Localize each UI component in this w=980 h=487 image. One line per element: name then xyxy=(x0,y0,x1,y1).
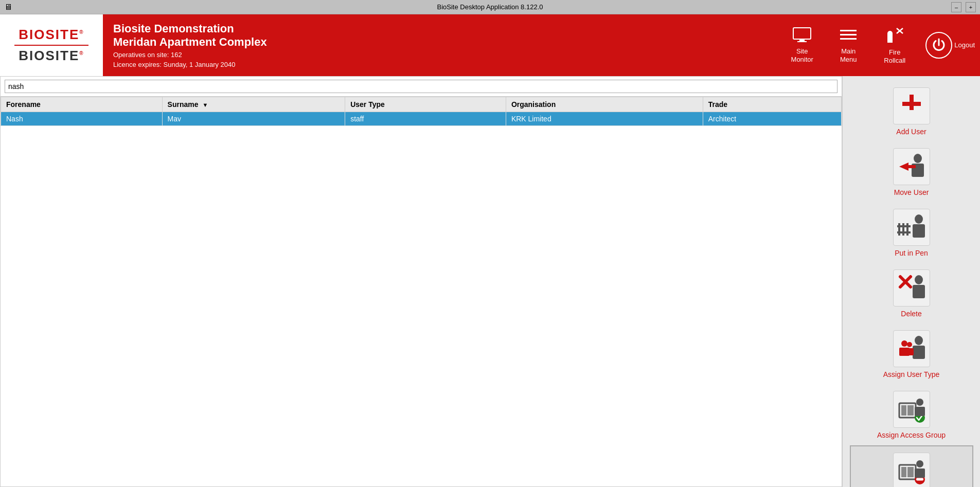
svg-point-37 xyxy=(916,399,923,406)
cell-usertype: staff xyxy=(345,112,506,126)
right-sidebar: Add User Move User xyxy=(842,76,980,487)
logo-bottom: BIOSITE® xyxy=(19,48,84,64)
svg-point-31 xyxy=(907,342,912,347)
logout-button[interactable] xyxy=(925,32,952,59)
table-row[interactable]: NashMavstaffKRK LimitedArchitect xyxy=(1,112,842,126)
svg-rect-41 xyxy=(907,467,914,477)
title-bar-icon: 🖥 xyxy=(4,3,12,12)
svg-rect-5 xyxy=(840,38,857,40)
svg-point-25 xyxy=(915,275,923,284)
maximize-button[interactable]: + xyxy=(966,2,976,12)
col-forename[interactable]: Forename xyxy=(1,97,163,112)
svg-rect-17 xyxy=(902,223,904,236)
move-user-label: Move User xyxy=(894,188,929,196)
assign-user-type-icon xyxy=(893,330,930,367)
svg-rect-4 xyxy=(840,34,857,35)
search-input[interactable] xyxy=(5,80,838,93)
cell-forename: Nash xyxy=(1,112,163,126)
main-area: Forename Surname ▼ User Type Organisatio… xyxy=(0,76,980,487)
put-in-pen-icon xyxy=(893,209,930,246)
remove-access-group-icon xyxy=(893,453,930,487)
table-header: Forename Surname ▼ User Type Organisatio… xyxy=(1,97,842,112)
registered-bottom: ® xyxy=(79,50,84,56)
logout-label: Logout xyxy=(954,41,975,49)
svg-rect-22 xyxy=(913,224,925,238)
move-user-button[interactable]: Move User xyxy=(850,142,973,203)
svg-rect-43 xyxy=(916,478,923,481)
delete-label: Delete xyxy=(901,310,921,318)
delete-icon xyxy=(893,269,930,306)
svg-rect-35 xyxy=(907,405,914,416)
header-licence: Licence expires: Sunday, 1 January 2040 xyxy=(113,61,766,68)
cell-surname: Mav xyxy=(162,112,345,126)
svg-rect-28 xyxy=(913,346,925,359)
search-bar xyxy=(1,77,842,97)
remove-access-group-button[interactable]: Remove Access Group xyxy=(850,445,973,487)
cell-organisation: KRK Limited xyxy=(506,112,703,126)
logo-top: BIOSITE® xyxy=(19,27,84,43)
svg-rect-32 xyxy=(906,348,914,355)
minimize-button[interactable]: – xyxy=(951,2,961,12)
svg-rect-12 xyxy=(902,102,921,106)
col-usertype[interactable]: User Type xyxy=(345,97,506,112)
table-body: NashMavstaffKRK LimitedArchitect xyxy=(1,112,842,126)
svg-point-27 xyxy=(915,336,923,345)
fire-rollcall-icon xyxy=(885,26,904,46)
title-bar-text: BioSite Desktop Application 8.122.0 xyxy=(437,3,543,11)
add-user-label: Add User xyxy=(896,128,926,136)
svg-point-7 xyxy=(887,31,893,36)
site-monitor-button[interactable]: SiteMonitor xyxy=(781,23,823,67)
svg-rect-1 xyxy=(799,39,805,41)
cell-trade: Architect xyxy=(703,112,841,126)
svg-rect-3 xyxy=(840,30,857,31)
put-in-pen-button[interactable]: Put in Pen xyxy=(850,203,973,263)
header-company-line2: Meridan Apartment Complex xyxy=(113,35,766,49)
col-trade[interactable]: Trade xyxy=(703,97,841,112)
assign-user-type-label: Assign User Type xyxy=(883,370,939,378)
main-menu-label: MainMenu xyxy=(840,47,857,63)
header-operatives: Operatives on site: 162 xyxy=(113,51,766,59)
assign-access-group-button[interactable]: Assign Access Group xyxy=(850,385,973,445)
add-user-button[interactable]: Add User xyxy=(850,81,973,142)
user-table: Forename Surname ▼ User Type Organisatio… xyxy=(1,97,842,126)
svg-rect-19 xyxy=(897,225,911,227)
col-organisation[interactable]: Organisation xyxy=(506,97,703,112)
svg-rect-26 xyxy=(913,285,925,298)
registered-top: ® xyxy=(79,29,84,35)
main-menu-icon xyxy=(839,27,858,45)
col-surname[interactable]: Surname ▼ xyxy=(162,97,345,112)
svg-rect-45 xyxy=(915,468,925,478)
title-bar: 🖥 BioSite Desktop Application 8.122.0 – … xyxy=(0,0,980,14)
main-menu-button[interactable]: MainMenu xyxy=(828,23,869,67)
fire-rollcall-button[interactable]: FireRollcall xyxy=(874,22,915,68)
title-bar-controls: – + xyxy=(951,2,976,12)
header-nav: SiteMonitor MainMenu xyxy=(776,14,980,76)
svg-point-21 xyxy=(915,214,923,224)
header-info: Biosite Demonstration Meridan Apartment … xyxy=(103,14,776,76)
left-panel: Forename Surname ▼ User Type Organisatio… xyxy=(0,76,842,487)
svg-point-13 xyxy=(914,154,922,163)
svg-rect-18 xyxy=(906,223,908,236)
add-user-icon xyxy=(893,87,930,124)
put-in-pen-label: Put in Pen xyxy=(895,249,928,257)
fire-rollcall-label: FireRollcall xyxy=(884,48,905,64)
surname-sort-icon: ▼ xyxy=(202,102,208,108)
svg-rect-20 xyxy=(897,231,911,233)
assign-user-type-button[interactable]: Assign User Type xyxy=(850,324,973,385)
delete-button[interactable]: Delete xyxy=(850,263,973,324)
svg-rect-2 xyxy=(797,41,807,42)
svg-rect-40 xyxy=(901,467,906,477)
svg-rect-0 xyxy=(793,28,811,39)
logo-divider xyxy=(14,45,88,46)
site-monitor-label: SiteMonitor xyxy=(791,47,813,63)
svg-point-44 xyxy=(916,460,923,467)
logo-panel: BIOSITE® BIOSITE® xyxy=(0,14,103,76)
svg-rect-38 xyxy=(915,407,925,416)
svg-rect-16 xyxy=(898,223,900,236)
header: BIOSITE® BIOSITE® Biosite Demonstration … xyxy=(0,14,980,76)
move-user-icon xyxy=(893,148,930,185)
header-company-line1: Biosite Demonstration xyxy=(113,22,766,35)
assign-access-group-label: Assign Access Group xyxy=(877,431,946,439)
svg-rect-34 xyxy=(901,405,906,416)
svg-point-29 xyxy=(901,340,907,347)
